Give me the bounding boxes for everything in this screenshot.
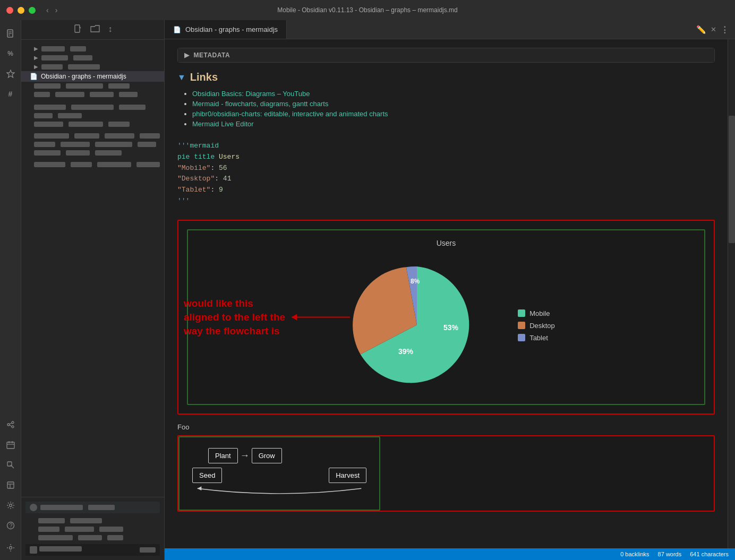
- traffic-lights: [6, 7, 36, 14]
- graph-icon[interactable]: [2, 416, 20, 434]
- edit-button[interactable]: ✏️: [696, 25, 706, 35]
- editor-content[interactable]: ▶ METADATA ▼ Links Obsidian Basics: Diag…: [165, 39, 728, 548]
- sort-button[interactable]: ↕: [108, 24, 113, 35]
- code-line-4: "Desktop": 41: [177, 174, 715, 185]
- link-mermaid[interactable]: Mermaid - flowcharts, diagrams, gantt ch…: [192, 100, 328, 108]
- section-arrow-icon: ▼: [177, 73, 186, 82]
- sidebar: ↕ ▶ ▶ ▶: [21, 20, 165, 560]
- sidebar-bottom-item[interactable]: [25, 533, 160, 542]
- links-section-title: ▼ Links: [177, 71, 715, 83]
- maximize-button[interactable]: [29, 7, 36, 14]
- star-icon[interactable]: [2, 65, 20, 83]
- sidebar-item[interactable]: ▶: [21, 44, 164, 53]
- scrollbar-area: [728, 39, 735, 548]
- svg-marker-4: [7, 70, 14, 77]
- legend-label-mobile: Mobile: [529, 309, 550, 317]
- link-youtube[interactable]: Obsidian Basics: Diagrams – YouTube: [192, 90, 310, 98]
- svg-rect-16: [7, 482, 14, 488]
- legend-color-tablet: [518, 334, 525, 341]
- percent-icon[interactable]: %: [2, 45, 20, 63]
- code-line-1: '''mermaid: [177, 141, 715, 152]
- metadata-label: METADATA: [194, 51, 230, 59]
- new-folder-button[interactable]: [90, 24, 100, 35]
- close-button[interactable]: [6, 7, 13, 14]
- sidebar-item[interactable]: [21, 120, 164, 128]
- titlebar: ‹ › Mobile - Obsidian v0.11.13 - Obsidia…: [0, 0, 735, 20]
- links-heading: Links: [190, 71, 218, 83]
- gear-icon[interactable]: [2, 539, 20, 557]
- curved-arrow-svg: [192, 484, 366, 499]
- code-line-3: "Mobile": 56: [177, 163, 715, 174]
- sidebar-item[interactable]: [21, 132, 164, 140]
- main-layout: % # ?: [0, 20, 735, 560]
- flowchart-row2: Seed Harvest: [192, 468, 366, 483]
- sidebar-item[interactable]: [21, 103, 164, 111]
- sidebar-bottom-item[interactable]: [25, 516, 160, 525]
- content-wrapper: ▶ METADATA ▼ Links Obsidian Basics: Diag…: [165, 39, 735, 548]
- svg-line-9: [10, 425, 12, 426]
- list-item: Mermaid - flowcharts, diagrams, gantt ch…: [192, 100, 715, 108]
- node-plant: Plant: [208, 448, 238, 463]
- tag-icon[interactable]: [2, 456, 20, 474]
- sidebar-item[interactable]: [21, 149, 164, 157]
- close-tab-button[interactable]: ✕: [711, 25, 716, 33]
- pie-chart-svg: 53% 39% 8%: [337, 256, 497, 394]
- code-line-6: ''': [177, 196, 715, 207]
- sidebar-item[interactable]: [21, 160, 164, 169]
- help-icon[interactable]: ?: [2, 516, 20, 535]
- sidebar-bottom-item[interactable]: [25, 544, 160, 556]
- legend-item-tablet: Tablet: [518, 334, 555, 342]
- foo-text: Foo: [177, 423, 715, 431]
- calendar-icon[interactable]: [2, 436, 20, 454]
- node-grow: Grow: [252, 448, 282, 463]
- minimap-thumb[interactable]: [729, 116, 735, 243]
- minimize-button[interactable]: [18, 7, 24, 14]
- svg-marker-25: [198, 486, 202, 490]
- svg-rect-23: [75, 25, 80, 32]
- sidebar-item[interactable]: [21, 111, 164, 120]
- svg-rect-10: [7, 442, 14, 449]
- template-icon[interactable]: [2, 476, 20, 494]
- svg-point-6: [12, 421, 14, 424]
- titlebar-nav: ‹ ›: [46, 6, 57, 14]
- sidebar-item[interactable]: [21, 140, 164, 149]
- sidebar-bottom-item[interactable]: [25, 525, 160, 533]
- pie-label-mobile: 53%: [443, 323, 459, 332]
- flowchart-row1: Plant → Grow: [208, 448, 366, 463]
- link-phibr0[interactable]: phibr0/obsidian-charts: editable, intera…: [192, 110, 388, 118]
- hashtag-icon[interactable]: #: [2, 85, 20, 103]
- list-item: Obsidian Basics: Diagrams – YouTube: [192, 90, 715, 98]
- code-line-2: pie title Users: [177, 152, 715, 163]
- pie-label-tablet: 8%: [411, 278, 420, 285]
- arrow-body: [292, 316, 350, 317]
- link-mermaid-live[interactable]: Mermaid Live Editor: [192, 120, 254, 128]
- file-icon: 📄: [30, 73, 38, 80]
- files-icon[interactable]: [2, 24, 20, 42]
- new-file-button[interactable]: [73, 24, 82, 35]
- legend-label-desktop: Desktop: [529, 322, 555, 330]
- word-count: 87 words: [658, 551, 682, 557]
- sidebar-item[interactable]: ▶: [21, 53, 164, 62]
- backlinks-count[interactable]: 0 backlinks: [620, 551, 649, 557]
- tab-file-icon: 📄: [173, 26, 181, 33]
- active-tab[interactable]: 📄 Obsidian - graphs - mermaidjs: [165, 20, 287, 39]
- tab-actions: ✏️ ✕ ⋮: [690, 20, 735, 39]
- code-ticks: ''': [177, 142, 190, 150]
- sidebar-item[interactable]: ▶: [21, 62, 164, 71]
- minimap: [728, 39, 735, 548]
- sidebar-item[interactable]: [21, 82, 164, 90]
- titlebar-title: Mobile - Obsidian v0.11.13 - Obsidian – …: [277, 6, 458, 14]
- tab-bar: 📄 Obsidian - graphs - mermaidjs ✏️ ✕ ⋮: [165, 20, 735, 39]
- sidebar-item[interactable]: [21, 90, 164, 99]
- node-seed: Seed: [192, 468, 222, 483]
- back-button[interactable]: ‹: [46, 6, 49, 14]
- settings-icon[interactable]: [2, 496, 20, 514]
- sidebar-active-item[interactable]: 📄 Obsidian - graphs - mermaidjs: [21, 71, 164, 82]
- flowchart-container: Plant → Grow Seed Harvest: [177, 435, 715, 512]
- metadata-header[interactable]: ▶ METADATA: [178, 48, 714, 62]
- links-list: Obsidian Basics: Diagrams – YouTube Merm…: [177, 90, 715, 128]
- more-button[interactable]: ⋮: [721, 25, 729, 35]
- legend-color-desktop: [518, 322, 525, 329]
- forward-button[interactable]: ›: [55, 6, 58, 14]
- content-area: 📄 Obsidian - graphs - mermaidjs ✏️ ✕ ⋮ ▶…: [165, 20, 735, 560]
